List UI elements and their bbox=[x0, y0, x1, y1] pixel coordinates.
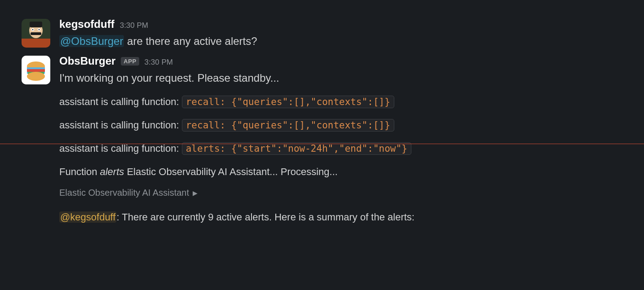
message-body: @ObsBurger are there any active alerts? bbox=[59, 33, 628, 49]
attachment-label: Elastic Observability AI Assistant bbox=[59, 188, 189, 198]
svg-rect-1 bbox=[22, 39, 50, 48]
svg-rect-3 bbox=[30, 22, 42, 27]
code-snippet: alerts: {"start":"now-24h","end":"now"} bbox=[182, 142, 411, 155]
mention-link[interactable]: @ObsBurger bbox=[59, 35, 124, 47]
mention-link[interactable]: @kegsofduff bbox=[59, 211, 116, 223]
message-item: ObsBurger APP 3:30 PM I'm working on you… bbox=[22, 55, 628, 225]
function-call-line: assistant is calling function: recall: {… bbox=[59, 118, 628, 133]
message-timestamp: 3:30 PM bbox=[145, 58, 173, 67]
svg-point-7 bbox=[32, 29, 33, 30]
function-call-line: assistant is calling function: alerts: {… bbox=[59, 141, 628, 156]
avatar[interactable] bbox=[22, 19, 50, 48]
processing-prefix: Function bbox=[59, 166, 100, 177]
function-call-prefix: assistant is calling function: bbox=[59, 143, 182, 154]
reply-text: : There are currently 9 active alerts. H… bbox=[116, 211, 415, 223]
function-call-prefix: assistant is calling function: bbox=[59, 119, 182, 131]
caret-right-icon: ▶ bbox=[193, 189, 198, 197]
svg-rect-12 bbox=[27, 69, 45, 72]
svg-rect-4 bbox=[31, 32, 41, 35]
message-text: are there any active alerts? bbox=[124, 35, 257, 47]
avatar[interactable] bbox=[22, 56, 50, 84]
svg-point-14 bbox=[27, 72, 45, 81]
message-author[interactable]: kegsofduff bbox=[59, 18, 115, 31]
function-call-line: assistant is calling function: recall: {… bbox=[59, 94, 628, 110]
code-snippet: recall: {"queries":[],"contexts":[]} bbox=[182, 119, 394, 132]
avatar-image bbox=[22, 19, 50, 48]
app-badge: APP bbox=[121, 57, 139, 66]
message-text: I'm working on your request. Please stan… bbox=[59, 70, 628, 86]
code-snippet: recall: {"queries":[],"contexts":[]} bbox=[182, 96, 394, 108]
processing-function-name: alerts bbox=[100, 166, 124, 177]
attachment-toggle[interactable]: Elastic Observability AI Assistant ▶ bbox=[59, 188, 628, 198]
processing-suffix: Elastic Observability AI Assistant... Pr… bbox=[124, 166, 338, 177]
avatar-image bbox=[22, 56, 50, 84]
processing-line: Function alerts Elastic Observability AI… bbox=[59, 164, 628, 180]
message-item: kegsofduff 3:30 PM @ObsBurger are there … bbox=[22, 18, 628, 49]
message-timestamp: 3:30 PM bbox=[120, 21, 148, 30]
reply-line: @kegsofduff: There are currently 9 activ… bbox=[59, 210, 628, 225]
function-call-prefix: assistant is calling function: bbox=[59, 96, 182, 107]
svg-point-8 bbox=[39, 29, 40, 30]
message-author[interactable]: ObsBurger bbox=[59, 55, 115, 67]
